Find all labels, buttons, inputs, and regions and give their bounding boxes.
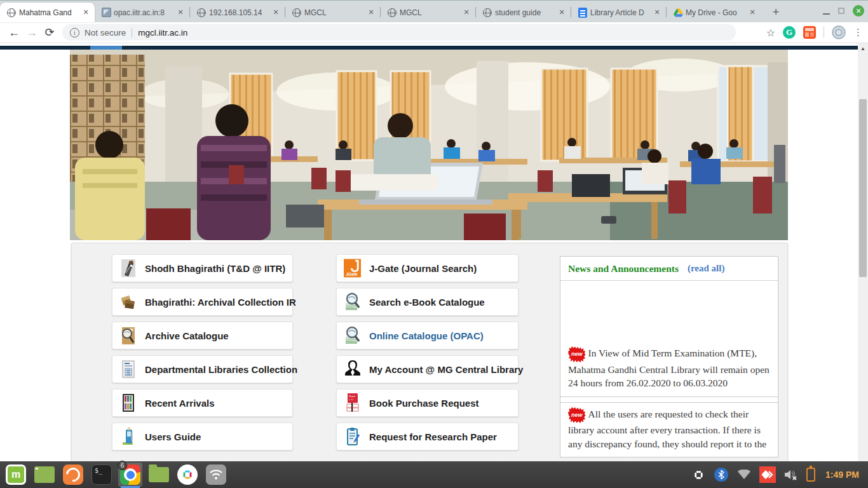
network-settings-launcher[interactable] xyxy=(204,463,228,487)
folder-icon xyxy=(149,467,169,482)
slack-tray-icon[interactable] xyxy=(691,467,706,482)
system-tray: 1:49 PM xyxy=(691,466,864,483)
tab-opac[interactable]: opac.iitr.ac.in:8 ✕ xyxy=(95,3,189,22)
link-users-guide[interactable]: Users Guide xyxy=(112,423,293,451)
minimize-button[interactable] xyxy=(823,8,830,15)
link-label: Search e-Book Catalogue xyxy=(369,297,485,308)
svg-text:JGate: JGate xyxy=(346,272,358,276)
maximize-button[interactable] xyxy=(838,8,844,14)
link-search-ebook-catalogue[interactable]: Search e-Book Catalogue xyxy=(336,288,519,316)
books-magnifier-icon xyxy=(344,325,361,346)
battery-icon[interactable] xyxy=(806,468,815,482)
forward-button[interactable]: → xyxy=(23,24,41,41)
terminal-launcher[interactable]: $_ xyxy=(90,463,114,487)
link-label: My Account @ MG Central Library xyxy=(369,364,523,375)
tab-library-article[interactable]: Library Article D ✕ xyxy=(571,3,666,22)
news-header: News and Announcements (read all) xyxy=(560,257,778,281)
tab-ip-address[interactable]: 192.168.105.14 ✕ xyxy=(190,3,285,22)
globe-icon xyxy=(6,8,17,18)
address-bar[interactable]: i Not secure mgcl.iitr.ac.in xyxy=(62,24,736,41)
link-label: J-Gate (Journal Search) xyxy=(369,263,477,274)
read-all-link[interactable]: (read all) xyxy=(688,263,724,274)
back-button[interactable]: ← xyxy=(5,24,23,41)
link-departmental-libraries[interactable]: Departmental Libraries Collection xyxy=(112,355,293,383)
files-launcher[interactable] xyxy=(147,463,171,487)
link-label: Shodh Bhagirathi (T&D @ IITR) xyxy=(145,263,285,274)
browser-tab-bar: Mahatma Gand ✕ opac.iitr.ac.in:8 ✕ 192.1… xyxy=(0,0,868,22)
page-scrollbar[interactable]: ▲ xyxy=(858,43,868,461)
taskbar-clock[interactable]: 1:49 PM xyxy=(825,470,859,480)
chrome-window-count-badge: 6 xyxy=(118,461,127,470)
red-book-icon: Reada bk xyxy=(344,393,361,413)
close-window-button[interactable]: ✕ xyxy=(853,5,864,17)
anydesk-icon[interactable] xyxy=(759,466,776,483)
firefox-launcher[interactable] xyxy=(61,463,85,487)
orange-extension-icon[interactable] xyxy=(803,26,816,39)
bookmark-star-icon[interactable]: ☆ xyxy=(766,27,775,39)
url-text: mgcl.iitr.ac.in xyxy=(138,28,187,37)
mint-logo-icon: m xyxy=(6,464,26,485)
link-request-research-paper[interactable]: Request for Research Paper xyxy=(336,423,519,451)
info-icon[interactable]: i xyxy=(70,28,79,37)
link-recent-arrivals[interactable]: Recent Arrivals xyxy=(112,389,293,417)
page-viewport: Shodh Bhagirathi (T&D @ IITR) Bhagirathi… xyxy=(0,43,868,461)
link-shodh-bhagirathi[interactable]: Shodh Bhagirathi (T&D @ IITR) xyxy=(112,254,293,282)
browser-menu-icon[interactable]: ⋮ xyxy=(853,27,863,38)
scrollbar-up-arrow[interactable]: ▲ xyxy=(858,46,868,51)
lens-extension-icon[interactable] xyxy=(832,25,846,39)
tab-close-icon[interactable]: ✕ xyxy=(557,8,567,18)
tab-mgcl-1[interactable]: MGCL ✕ xyxy=(285,3,380,22)
guide-kiosk-icon xyxy=(119,426,137,447)
mint-menu-button[interactable]: m xyxy=(4,463,28,487)
link-label: Archive Catalogue xyxy=(145,330,229,341)
globe-icon xyxy=(482,8,492,18)
link-archive-catalogue[interactable]: Archive Catalogue xyxy=(112,322,293,349)
links-column-left: Shodh Bhagirathi (T&D @ IITR) Bhagirathi… xyxy=(112,254,293,451)
grammarly-extension-icon[interactable]: G xyxy=(783,26,796,39)
link-book-purchase-request[interactable]: Reada bk Book Purchase Request xyxy=(336,389,519,417)
link-my-account[interactable]: My Account @ MG Central Library xyxy=(336,355,519,383)
news-title: News and Announcements xyxy=(568,263,679,274)
link-jgate[interactable]: JGate J-Gate (Journal Search) xyxy=(336,254,519,282)
tab-close-icon[interactable]: ✕ xyxy=(747,8,757,18)
tab-title: 192.168.105.14 xyxy=(209,8,268,17)
toolbar-right: ☆ G ⋮ xyxy=(766,25,863,39)
tab-mgcl-2[interactable]: MGCL ✕ xyxy=(381,3,475,22)
tab-my-drive[interactable]: My Drive - Goo ✕ xyxy=(667,3,761,22)
wifi-icon xyxy=(206,464,226,485)
news-panel: News and Announcements (read all) newIn … xyxy=(560,256,778,458)
link-label: Request for Research Paper xyxy=(369,431,497,442)
tab-title: Library Article D xyxy=(590,8,649,17)
scrollbar-thumb[interactable] xyxy=(859,99,867,277)
link-label: Recent Arrivals xyxy=(145,398,215,409)
tab-close-icon[interactable]: ✕ xyxy=(366,8,376,18)
svg-text:a bk: a bk xyxy=(349,398,354,401)
tab-close-icon[interactable]: ✕ xyxy=(81,8,91,18)
link-bhagirathi-archival[interactable]: Bhagirathi: Archival Collection IR xyxy=(112,288,293,316)
desktop-icon xyxy=(34,466,55,483)
jgate-icon: JGate xyxy=(344,258,361,278)
tab-title: Mahatma Gand xyxy=(19,8,78,17)
reload-button[interactable]: ⟳ xyxy=(41,24,58,41)
tab-student-guide[interactable]: student guide ✕ xyxy=(476,3,571,22)
volume-muted-icon[interactable] xyxy=(783,467,799,482)
tab-mgcl-home[interactable]: Mahatma Gand ✕ xyxy=(0,3,95,22)
bookshelf-icon xyxy=(119,393,137,413)
new-tab-button[interactable]: + xyxy=(766,3,785,22)
tab-close-icon[interactable]: ✕ xyxy=(461,8,471,18)
tab-close-icon[interactable]: ✕ xyxy=(175,8,186,18)
show-desktop-button[interactable] xyxy=(32,463,57,487)
image-icon xyxy=(101,8,111,18)
link-label: Users Guide xyxy=(145,431,201,442)
bluetooth-icon[interactable] xyxy=(714,467,729,482)
slack-launcher[interactable] xyxy=(175,463,200,487)
security-label: Not secure xyxy=(85,28,126,37)
tab-close-icon[interactable]: ✕ xyxy=(271,8,281,18)
google-drive-icon xyxy=(673,8,683,18)
network-signal-icon[interactable] xyxy=(736,467,752,482)
news-item: newIn View of Mid Term Examination (MTE)… xyxy=(560,342,778,397)
tab-close-icon[interactable]: ✕ xyxy=(652,8,662,18)
chrome-launcher[interactable]: 6 xyxy=(118,463,142,487)
globe-icon xyxy=(196,8,207,18)
link-online-catalogue-opac[interactable]: Online Catalogue (OPAC) xyxy=(336,322,519,349)
